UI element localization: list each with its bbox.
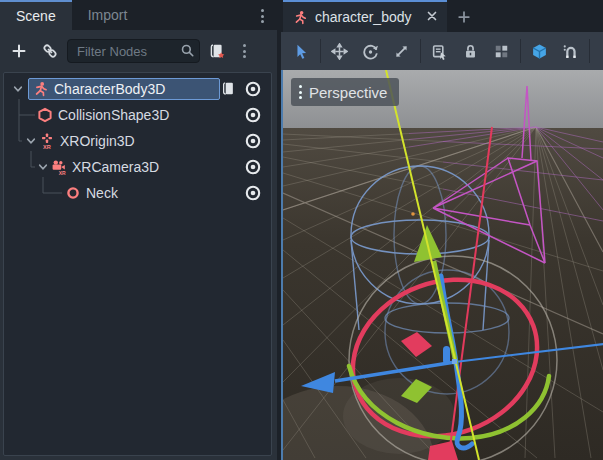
node-name: XROrigin3D [60,133,135,149]
xr-camera-3d-icon: XR [51,159,67,175]
tree-row-collisionshape3d[interactable]: CollisionShape3D [4,102,271,128]
mesh-silhouette [283,378,455,460]
node-name: CharacterBody3D [54,81,165,97]
tree-row-xrorigin3d[interactable]: XR XROrigin3D [4,128,271,154]
visibility-toggle-icon[interactable] [245,81,261,97]
tree-row-xrcamera3d[interactable]: XR XRCamera3D [4,154,271,180]
scene-tab-character-body[interactable]: character_body [283,0,447,32]
move-tool-button[interactable] [324,36,355,66]
blue-scale-handle[interactable] [443,346,450,364]
scale-icon [393,43,410,60]
marker-ring-icon [65,185,81,201]
scene-tree: CharacterBody3D [3,72,272,456]
visibility-toggle-icon[interactable] [245,185,261,201]
dock-menu-icon[interactable] [253,4,271,28]
close-tab-icon[interactable] [425,9,439,26]
local-space-cube-icon [531,43,548,60]
tab-import[interactable]: Import [72,0,144,30]
chevron-down-icon[interactable] [35,159,51,175]
group-nodes-button[interactable] [486,36,517,66]
chevron-down-icon[interactable] [23,133,39,149]
tab-scene[interactable]: Scene [0,0,72,30]
gizmo-center-handle[interactable] [452,359,457,364]
node-name: XRCamera3D [72,159,159,175]
group-icon [493,43,510,60]
perspective-menu-button[interactable]: Perspective [291,78,399,106]
tab-scene-label: Scene [16,8,56,24]
search-icon [180,43,195,58]
tab-import-label: Import [88,7,128,23]
toolbar-separator [589,39,590,63]
perspective-kebab-icon [299,83,302,102]
svg-text:XR: XR [59,170,66,175]
chevron-down-icon[interactable] [10,81,26,97]
dock-tabbar: Scene Import [0,0,277,30]
viewport-3d[interactable]: Perspective [281,70,603,460]
scene-tree-menu-icon[interactable] [234,37,254,65]
add-node-button[interactable] [5,37,33,65]
scene-toolbar [0,30,277,72]
list-select-button[interactable] [424,36,455,66]
list-select-icon [431,43,448,60]
viewport-toolbar [281,32,603,71]
scene-tab-label: character_body [315,9,418,25]
visibility-toggle-icon[interactable] [245,107,261,123]
link-icon [42,43,58,59]
visibility-toggle-icon[interactable] [245,159,261,175]
toolbar-separator [520,39,521,63]
node-name: Neck [86,185,118,201]
visibility-toggle-icon[interactable] [245,133,261,149]
scene-dock: Scene Import [0,0,277,460]
vertex-dot [411,212,415,216]
select-tool-button[interactable] [286,36,317,66]
main-viewport-panel: character_body [281,0,603,460]
toolbar-separator [320,39,321,63]
instance-scene-button[interactable] [36,37,64,65]
rotate-icon [362,43,379,60]
selected-node-box[interactable]: CharacterBody3D [28,78,220,100]
select-arrow-icon [293,43,310,60]
filter-nodes-field [67,39,200,63]
tree-rows: CharacterBody3D [4,73,271,206]
xr-origin-3d-icon: XR [39,133,55,149]
tree-row-neck[interactable]: Neck [4,180,271,206]
attach-script-button[interactable] [203,37,231,65]
snap-toggle-button[interactable] [555,36,586,66]
lock-node-button[interactable] [455,36,486,66]
scene-tabbar: character_body [281,0,603,32]
scale-tool-button[interactable] [386,36,417,66]
viewport-render [283,70,603,460]
local-space-toggle-button[interactable] [524,36,555,66]
godot-editor-window: Scene Import [0,0,603,460]
scene-dock-body: CharacterBody3D [0,30,277,460]
plus-icon [11,43,27,59]
attached-script-icon[interactable] [221,81,237,97]
move-icon [331,43,348,60]
node-name: CollisionShape3D [58,107,169,123]
character-body-3d-icon [293,10,308,25]
snap-magnet-icon [562,43,579,60]
toolbar-separator [420,39,421,63]
svg-text:XR: XR [43,144,51,149]
perspective-label: Perspective [309,84,387,101]
character-body-3d-icon [33,81,49,97]
new-scene-tab-button[interactable] [453,6,475,28]
script-new-icon [209,43,226,60]
plus-icon [457,10,471,24]
rotate-tool-button[interactable] [355,36,386,66]
lock-icon [462,43,479,60]
collision-shape-3d-icon [37,107,53,123]
tree-row-characterbody3d[interactable]: CharacterBody3D [4,76,271,102]
